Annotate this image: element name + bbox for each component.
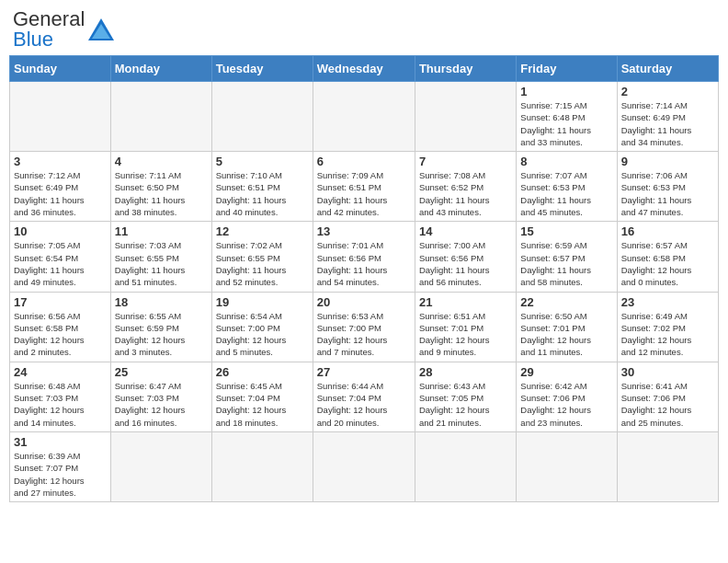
sun-info: Sunrise: 7:11 AMSunset: 6:50 PMDaylight:… xyxy=(115,169,208,218)
day-number: 14 xyxy=(419,224,512,238)
calendar-week-row: 24Sunrise: 6:48 AMSunset: 7:03 PMDayligh… xyxy=(10,362,719,431)
sun-info: Sunrise: 6:45 AMSunset: 7:04 PMDaylight:… xyxy=(216,380,309,429)
day-number: 1 xyxy=(520,85,612,98)
calendar-cell: 21Sunrise: 6:51 AMSunset: 7:01 PMDayligh… xyxy=(415,292,516,362)
weekday-header-saturday: Saturday xyxy=(617,56,718,82)
day-number: 23 xyxy=(621,295,714,309)
day-number: 21 xyxy=(419,295,512,309)
sun-info: Sunrise: 6:56 AMSunset: 6:58 PMDaylight:… xyxy=(14,310,107,359)
sun-info: Sunrise: 7:02 AMSunset: 6:55 PMDaylight:… xyxy=(216,239,309,288)
day-number: 11 xyxy=(115,224,208,238)
day-number: 26 xyxy=(216,365,309,379)
sun-info: Sunrise: 7:01 AMSunset: 6:56 PMDaylight:… xyxy=(317,239,411,288)
calendar-cell: 15Sunrise: 6:59 AMSunset: 6:57 PMDayligh… xyxy=(517,222,617,292)
calendar-cell xyxy=(10,82,111,152)
logo-text: General Blue xyxy=(13,9,85,50)
day-number: 13 xyxy=(317,224,411,238)
calendar-cell xyxy=(313,431,415,501)
day-number: 25 xyxy=(115,365,208,379)
calendar-cell: 22Sunrise: 6:50 AMSunset: 7:01 PMDayligh… xyxy=(517,292,617,362)
sun-info: Sunrise: 7:03 AMSunset: 6:55 PMDaylight:… xyxy=(115,239,208,288)
day-number: 19 xyxy=(216,295,309,309)
day-number: 20 xyxy=(317,295,411,309)
day-number: 27 xyxy=(317,365,411,379)
sun-info: Sunrise: 6:39 AMSunset: 7:07 PMDaylight:… xyxy=(14,450,107,499)
calendar-cell xyxy=(617,431,718,501)
sun-info: Sunrise: 7:05 AMSunset: 6:54 PMDaylight:… xyxy=(14,239,107,288)
calendar-cell: 26Sunrise: 6:45 AMSunset: 7:04 PMDayligh… xyxy=(211,362,313,431)
day-number: 10 xyxy=(14,224,107,238)
calendar-cell: 31Sunrise: 6:39 AMSunset: 7:07 PMDayligh… xyxy=(10,431,111,501)
calendar-week-row: 17Sunrise: 6:56 AMSunset: 6:58 PMDayligh… xyxy=(10,292,719,362)
day-number: 29 xyxy=(520,365,612,379)
calendar-cell: 24Sunrise: 6:48 AMSunset: 7:03 PMDayligh… xyxy=(10,362,111,431)
day-number: 8 xyxy=(520,155,612,168)
sun-info: Sunrise: 6:54 AMSunset: 7:00 PMDaylight:… xyxy=(216,310,309,359)
sun-info: Sunrise: 6:59 AMSunset: 6:57 PMDaylight:… xyxy=(520,239,612,288)
calendar-cell: 13Sunrise: 7:01 AMSunset: 6:56 PMDayligh… xyxy=(313,222,415,292)
calendar-header: SundayMondayTuesdayWednesdayThursdayFrid… xyxy=(10,56,719,82)
sun-info: Sunrise: 6:55 AMSunset: 6:59 PMDaylight:… xyxy=(115,310,208,359)
calendar-cell: 16Sunrise: 6:57 AMSunset: 6:58 PMDayligh… xyxy=(617,222,718,292)
logo-blue: Blue xyxy=(13,28,53,51)
calendar-cell: 11Sunrise: 7:03 AMSunset: 6:55 PMDayligh… xyxy=(110,222,211,292)
weekday-header-wednesday: Wednesday xyxy=(313,56,415,82)
page-header: General Blue xyxy=(9,9,719,50)
calendar-cell: 3Sunrise: 7:12 AMSunset: 6:49 PMDaylight… xyxy=(10,152,111,222)
day-number: 2 xyxy=(621,85,714,98)
calendar-cell: 9Sunrise: 7:06 AMSunset: 6:53 PMDaylight… xyxy=(617,152,718,222)
calendar-cell: 23Sunrise: 6:49 AMSunset: 7:02 PMDayligh… xyxy=(617,292,718,362)
weekday-header-monday: Monday xyxy=(110,56,211,82)
day-number: 12 xyxy=(216,224,309,238)
sun-info: Sunrise: 7:09 AMSunset: 6:51 PMDaylight:… xyxy=(317,169,411,218)
calendar-cell: 30Sunrise: 6:41 AMSunset: 7:06 PMDayligh… xyxy=(617,362,718,431)
sun-info: Sunrise: 6:41 AMSunset: 7:06 PMDaylight:… xyxy=(621,380,714,429)
sun-info: Sunrise: 7:06 AMSunset: 6:53 PMDaylight:… xyxy=(621,169,714,218)
sun-info: Sunrise: 6:43 AMSunset: 7:05 PMDaylight:… xyxy=(419,380,512,429)
calendar-cell: 25Sunrise: 6:47 AMSunset: 7:03 PMDayligh… xyxy=(110,362,211,431)
day-number: 17 xyxy=(14,295,107,309)
sun-info: Sunrise: 6:48 AMSunset: 7:03 PMDaylight:… xyxy=(14,380,107,429)
sun-info: Sunrise: 7:08 AMSunset: 6:52 PMDaylight:… xyxy=(419,169,512,218)
calendar-cell: 17Sunrise: 6:56 AMSunset: 6:58 PMDayligh… xyxy=(10,292,111,362)
calendar-cell: 14Sunrise: 7:00 AMSunset: 6:56 PMDayligh… xyxy=(415,222,516,292)
weekday-header-friday: Friday xyxy=(517,56,617,82)
calendar-cell: 29Sunrise: 6:42 AMSunset: 7:06 PMDayligh… xyxy=(517,362,617,431)
weekday-header-sunday: Sunday xyxy=(10,56,111,82)
calendar-cell: 4Sunrise: 7:11 AMSunset: 6:50 PMDaylight… xyxy=(110,152,211,222)
calendar-week-row: 31Sunrise: 6:39 AMSunset: 7:07 PMDayligh… xyxy=(10,431,719,501)
calendar-cell xyxy=(415,82,516,152)
calendar-cell: 8Sunrise: 7:07 AMSunset: 6:53 PMDaylight… xyxy=(517,152,617,222)
sun-info: Sunrise: 6:57 AMSunset: 6:58 PMDaylight:… xyxy=(621,239,714,288)
sun-info: Sunrise: 6:44 AMSunset: 7:04 PMDaylight:… xyxy=(317,380,411,429)
day-number: 24 xyxy=(14,365,107,379)
sun-info: Sunrise: 6:51 AMSunset: 7:01 PMDaylight:… xyxy=(419,310,512,359)
sun-info: Sunrise: 6:42 AMSunset: 7:06 PMDaylight:… xyxy=(520,380,612,429)
calendar-cell: 18Sunrise: 6:55 AMSunset: 6:59 PMDayligh… xyxy=(110,292,211,362)
logo: General Blue xyxy=(13,9,116,50)
day-number: 16 xyxy=(621,224,714,238)
calendar-cell xyxy=(517,431,617,501)
calendar-cell: 12Sunrise: 7:02 AMSunset: 6:55 PMDayligh… xyxy=(211,222,313,292)
sun-info: Sunrise: 6:49 AMSunset: 7:02 PMDaylight:… xyxy=(621,310,714,359)
weekday-header-thursday: Thursday xyxy=(415,56,516,82)
sun-info: Sunrise: 7:15 AMSunset: 6:48 PMDaylight:… xyxy=(520,99,612,148)
calendar-cell: 7Sunrise: 7:08 AMSunset: 6:52 PMDaylight… xyxy=(415,152,516,222)
calendar-cell: 28Sunrise: 6:43 AMSunset: 7:05 PMDayligh… xyxy=(415,362,516,431)
sun-info: Sunrise: 7:07 AMSunset: 6:53 PMDaylight:… xyxy=(520,169,612,218)
sun-info: Sunrise: 7:00 AMSunset: 6:56 PMDaylight:… xyxy=(419,239,512,288)
sun-info: Sunrise: 7:10 AMSunset: 6:51 PMDaylight:… xyxy=(216,169,309,218)
calendar-table: SundayMondayTuesdayWednesdayThursdayFrid… xyxy=(9,55,719,502)
day-number: 7 xyxy=(419,155,512,168)
day-number: 22 xyxy=(520,295,612,309)
day-number: 5 xyxy=(216,155,309,168)
day-number: 6 xyxy=(317,155,411,168)
calendar-cell: 5Sunrise: 7:10 AMSunset: 6:51 PMDaylight… xyxy=(211,152,313,222)
calendar-cell: 10Sunrise: 7:05 AMSunset: 6:54 PMDayligh… xyxy=(10,222,111,292)
calendar-cell xyxy=(211,82,313,152)
weekday-header-tuesday: Tuesday xyxy=(211,56,313,82)
calendar-cell xyxy=(313,82,415,152)
calendar-cell xyxy=(211,431,313,501)
day-number: 30 xyxy=(621,365,714,379)
sun-info: Sunrise: 6:53 AMSunset: 7:00 PMDaylight:… xyxy=(317,310,411,359)
